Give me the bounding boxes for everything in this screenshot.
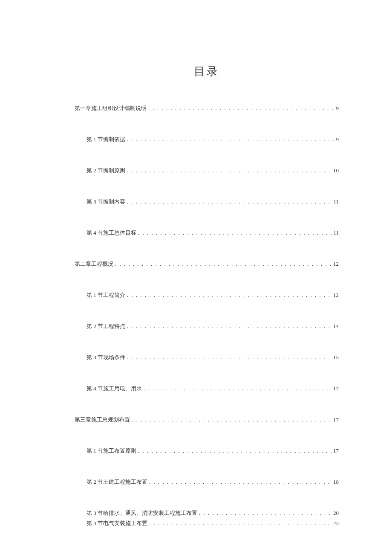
toc-entry-page: 9	[336, 105, 339, 112]
toc-entry-page: 20	[333, 510, 339, 517]
toc-entry: 第 2 节编制原则10	[75, 167, 339, 174]
toc-leader-dots	[199, 510, 331, 517]
toc-leader-dots	[132, 416, 331, 423]
toc-entry-label: 第 4 节施工用电、用水	[86, 385, 142, 392]
toc-entry-page: 14	[333, 323, 339, 330]
toc-leader-dots	[138, 230, 331, 236]
toc-entry-page: 23	[333, 520, 339, 527]
toc-leader-dots	[127, 136, 334, 143]
toc-entry: 第 2 节工程特点14	[75, 323, 339, 330]
toc-leader-dots	[138, 447, 331, 454]
page-title: 目录	[75, 64, 339, 79]
toc-entry: 第 1 节施工布置原则17	[75, 447, 339, 455]
toc-leader-dots	[127, 354, 331, 361]
toc-entry: 第 1 节工程简介12	[75, 291, 339, 299]
toc-leader-dots	[127, 198, 331, 205]
toc-leader-dots	[149, 520, 331, 527]
toc-entry-page: 11	[333, 230, 339, 236]
toc-entry-page: 12	[333, 261, 339, 267]
toc-leader-dots	[127, 167, 331, 174]
toc-leader-dots	[144, 385, 331, 392]
toc-entry: 第 1 节编制依据9	[75, 136, 339, 143]
toc-entry: 第 2 节土建工程施工布置18	[75, 478, 339, 486]
toc-entry-label: 第 2 节编制原则	[86, 167, 125, 174]
table-of-contents: 第一章施工组织设计编制说明9第 1 节编制依据9第 2 节编制原则10第 3 节…	[75, 105, 339, 527]
toc-entry-page: 11	[333, 198, 339, 205]
toc-entry: 第 3 节现场条件15	[75, 354, 339, 361]
toc-entry: 第三章施工总规划布置17	[75, 416, 339, 424]
toc-entry-page: 17	[333, 447, 339, 454]
toc-entry-label: 第 3 节给排水、通风、消防安装工程施工布置	[86, 509, 197, 517]
toc-entry-page: 17	[333, 416, 339, 423]
toc-entry-label: 第 2 节工程特点	[86, 323, 125, 330]
toc-entry-label: 第 1 节工程简介	[86, 291, 125, 299]
toc-entry-label: 第二章工程概况	[75, 260, 113, 268]
toc-entry: 第二章工程概况12	[75, 260, 339, 268]
toc-leader-dots	[115, 261, 331, 267]
toc-entry-label: 第 4 节电气安装施工布置	[86, 520, 147, 527]
toc-entry-page: 17	[333, 385, 339, 392]
toc-entry-label: 第 2 节土建工程施工布置	[86, 478, 147, 486]
toc-entry-label: 第一章施工组织设计编制说明	[75, 105, 147, 112]
toc-leader-dots	[149, 479, 331, 485]
toc-entry-label: 第 1 节编制依据	[86, 136, 125, 143]
toc-entry-page: 15	[333, 354, 339, 361]
toc-entry-page: 9	[336, 136, 339, 143]
toc-entry-page: 12	[333, 292, 339, 299]
toc-entry-label: 第 4 节施工总体目标	[86, 229, 136, 237]
toc-entry-label: 第 3 节现场条件	[86, 354, 125, 361]
toc-leader-dots	[127, 323, 331, 330]
toc-entry-label: 第三章施工总规划布置	[75, 416, 130, 424]
toc-entry: 第 4 节施工用电、用水17	[75, 385, 339, 392]
toc-entry-label: 第 3 节编制内容	[86, 198, 125, 206]
toc-entry-page: 10	[333, 167, 339, 174]
toc-entry: 第 4 节电气安装施工布置23	[75, 520, 339, 527]
toc-entry-page: 18	[333, 479, 339, 485]
toc-entry: 第一章施工组织设计编制说明9	[75, 105, 339, 112]
toc-leader-dots	[148, 105, 334, 112]
toc-entry: 第 4 节施工总体目标11	[75, 229, 339, 237]
toc-entry-label: 第 1 节施工布置原则	[86, 447, 136, 455]
toc-entry: 第 3 节给排水、通风、消防安装工程施工布置20	[75, 509, 339, 517]
toc-entry: 第 3 节编制内容11	[75, 198, 339, 206]
toc-leader-dots	[127, 292, 331, 299]
